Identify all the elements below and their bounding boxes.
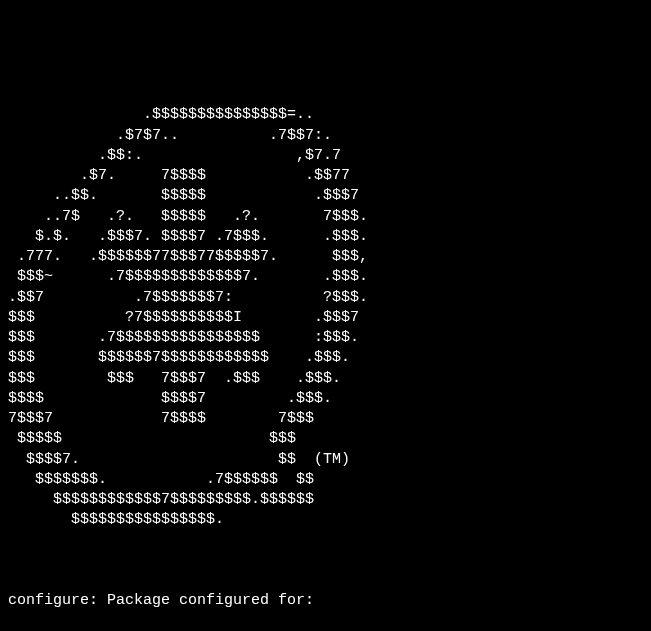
ascii-line: $$$$$$$$$$$$7$$$$$$$$$.$$$$$$ [8, 491, 314, 508]
ascii-line: .$7$7.. .7$$7:. [8, 127, 332, 144]
ascii-line: .$7. 7$$$$ .$$77 [8, 167, 350, 184]
ascii-line: .777. .$$$$$$77$$$77$$$$$7. $$$, [8, 248, 368, 265]
ascii-line: 7$$$7 7$$$$ 7$$$ [8, 410, 314, 427]
ascii-line: $$$ .7$$$$$$$$$$$$$$$$ :$$$. [8, 329, 359, 346]
ascii-line: .$$:. ,$7.7 [8, 147, 341, 164]
ascii-line: $$$$7. $$ (TM) [8, 451, 350, 468]
ascii-line: .$$$$$$$$$$$$$$$=.. [8, 106, 314, 123]
ascii-line: $$$ $$$ 7$$$7 .$$$ .$$$. [8, 370, 341, 387]
ascii-line: $$$$$$$$$$$$$$$$. [8, 511, 224, 528]
ascii-line: .$$7 .7$$$$$$$7: ?$$$. [8, 289, 368, 306]
ascii-line: $$$ $$$$$$7$$$$$$$$$$$$ .$$$. [8, 349, 350, 366]
ascii-line: $.$. .$$$7. $$$$7 .7$$$. .$$$. [8, 228, 368, 245]
ascii-art-logo: .$$$$$$$$$$$$$$$=.. .$7$7.. .7$$7:. .$$:… [8, 85, 643, 531]
blank-line [8, 551, 643, 571]
ascii-line: $$$$ $$$$7 .$$$. [8, 390, 332, 407]
configure-output-package: configure: Package configured for: [8, 591, 643, 611]
ascii-line: $$$$$$$. .7$$$$$$ $$ [8, 471, 314, 488]
ascii-line: $$$ ?7$$$$$$$$$$I .$$$7 [8, 309, 359, 326]
ascii-line: $$$~ .7$$$$$$$$$$$$$7. .$$$. [8, 268, 368, 285]
ascii-line: $$$$$ $$$ [8, 430, 296, 447]
ascii-line: ..$$. $$$$$ .$$$7 [8, 187, 359, 204]
ascii-line: ..7$ .?. $$$$$ .?. 7$$$. [8, 208, 368, 225]
